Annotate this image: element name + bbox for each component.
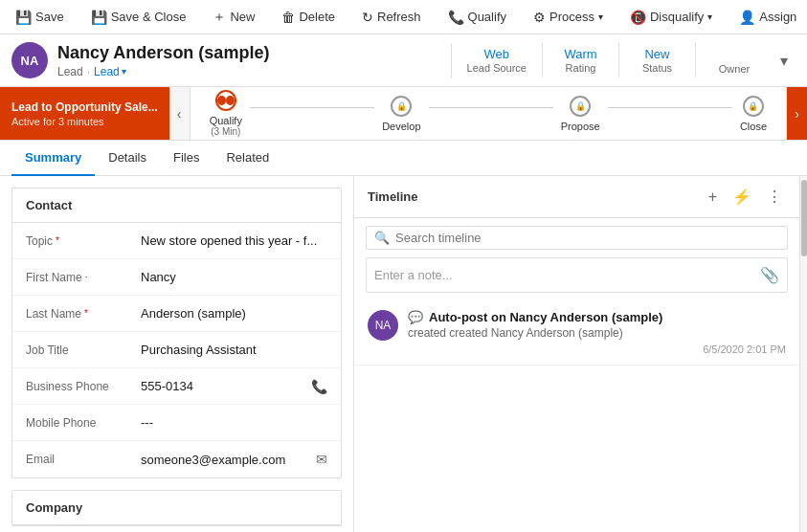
disqualify-icon: 📵 bbox=[630, 10, 646, 25]
value-first-name[interactable]: Nancy bbox=[141, 270, 327, 284]
disqualify-button[interactable]: 📵 Disqualify ▾ bbox=[622, 6, 720, 29]
stage-label-qualify: Qualify bbox=[210, 115, 242, 126]
stage-label-propose: Propose bbox=[561, 121, 600, 132]
timeline-item-time: 6/5/2020 2:01 PM bbox=[408, 344, 786, 355]
timeline-item-avatar: NA bbox=[368, 310, 398, 341]
tab-details[interactable]: Details bbox=[95, 141, 160, 176]
header-subtitle: Lead · Lead ▾ bbox=[57, 65, 439, 78]
meta-owner: Owner bbox=[696, 43, 773, 78]
header-info: Nancy Anderson (sample) Lead · Lead ▾ bbox=[57, 43, 439, 78]
value-business-phone[interactable]: 555-0134 📞 bbox=[141, 379, 327, 394]
scrollbar-track[interactable] bbox=[799, 176, 807, 532]
toolbar: 💾 Save 💾 Save & Close ＋ New 🗑 Delete ↻ R… bbox=[0, 0, 807, 34]
label-business-phone: Business Phone bbox=[26, 380, 141, 393]
assign-button[interactable]: 👤 Assign bbox=[731, 6, 804, 29]
timeline-filter-button[interactable]: ⚡ bbox=[729, 186, 755, 208]
meta-status: New Status bbox=[619, 43, 696, 78]
stage-label-close: Close bbox=[740, 121, 767, 132]
stage-circle-close: 🔒 bbox=[743, 96, 764, 117]
timeline-title: Timeline bbox=[368, 189, 705, 204]
value-mobile-phone[interactable]: --- bbox=[141, 415, 327, 430]
timeline-panel: Timeline + ⚡ ⋮ 🔍 Enter a note... 📎 bbox=[354, 176, 799, 532]
contact-section: Contact Topic * New store opened this ye… bbox=[11, 188, 342, 478]
disqualify-chevron-icon: ▾ bbox=[707, 11, 712, 22]
label-mobile-phone: Mobile Phone bbox=[26, 416, 141, 430]
stage-line-2 bbox=[429, 107, 553, 108]
lock-icon-develop: 🔒 bbox=[396, 101, 407, 111]
tab-related[interactable]: Related bbox=[213, 141, 282, 176]
search-icon: 🔍 bbox=[374, 231, 390, 245]
stage-close[interactable]: 🔒 Close bbox=[740, 96, 767, 132]
attachment-icon[interactable]: 📎 bbox=[760, 266, 779, 284]
expand-button[interactable]: ▾ bbox=[773, 48, 796, 74]
save-button[interactable]: 💾 Save bbox=[8, 6, 72, 29]
note-area: Enter a note... 📎 bbox=[366, 257, 788, 293]
phone-icon[interactable]: 📞 bbox=[311, 379, 327, 394]
lead-chevron-icon: ▾ bbox=[122, 66, 126, 77]
timeline-item-content: 💬 Auto-post on Nancy Anderson (sample) c… bbox=[408, 310, 786, 355]
stage-circle-qualify bbox=[215, 90, 236, 111]
refresh-icon: ↻ bbox=[362, 10, 373, 25]
field-job-title: Job Title Purchasing Assistant bbox=[12, 332, 341, 368]
timeline-item-title: 💬 Auto-post on Nancy Anderson (sample) bbox=[408, 310, 786, 324]
meta-rating: Warm Rating bbox=[543, 43, 619, 78]
timeline-header: Timeline + ⚡ ⋮ bbox=[354, 176, 799, 218]
chevron-right-icon: › bbox=[795, 106, 799, 122]
timeline-add-button[interactable]: + bbox=[705, 186, 721, 208]
label-last-name: Last Name * bbox=[26, 307, 141, 321]
filter-icon: ⚡ bbox=[732, 188, 751, 205]
field-topic: Topic * New store opened this year - f..… bbox=[12, 223, 341, 259]
tab-summary[interactable]: Summary bbox=[11, 141, 95, 176]
stage-line-3 bbox=[608, 107, 732, 108]
lock-icon-propose: 🔒 bbox=[575, 101, 586, 111]
stage-nav-left[interactable]: ‹ bbox=[169, 87, 191, 140]
active-dot bbox=[217, 96, 226, 105]
save-close-button[interactable]: 💾 Save & Close bbox=[83, 6, 194, 29]
stage-qualify[interactable]: Qualify (3 Min) bbox=[210, 90, 242, 137]
qualify-icon: 📞 bbox=[448, 10, 464, 25]
label-topic: Topic * bbox=[26, 234, 141, 248]
timeline-more-icon: ⋮ bbox=[767, 188, 782, 205]
stage-label-develop: Develop bbox=[382, 121, 420, 132]
timeline-more-button[interactable]: ⋮ bbox=[763, 186, 786, 208]
value-email[interactable]: someone3@example.com ✉ bbox=[141, 452, 327, 467]
scrollbar-thumb bbox=[801, 180, 807, 256]
qualify-button[interactable]: 📞 Qualify bbox=[440, 6, 514, 29]
value-topic[interactable]: New store opened this year - f... bbox=[141, 233, 327, 248]
role-label: Lead bbox=[57, 65, 83, 78]
required-indicator-fn: · bbox=[85, 272, 88, 282]
note-placeholder[interactable]: Enter a note... bbox=[374, 268, 453, 282]
email-icon[interactable]: ✉ bbox=[316, 452, 327, 467]
new-button[interactable]: ＋ New bbox=[205, 5, 262, 30]
search-input[interactable] bbox=[395, 231, 779, 245]
stage-develop[interactable]: 🔒 Develop bbox=[382, 96, 420, 132]
stage-nav-right[interactable]: › bbox=[786, 87, 807, 140]
company-section: Company bbox=[11, 490, 342, 526]
process-icon: ⚙ bbox=[533, 10, 546, 25]
stage-propose[interactable]: 🔒 Propose bbox=[561, 96, 600, 132]
assign-icon: 👤 bbox=[739, 10, 755, 25]
refresh-button[interactable]: ↻ Refresh bbox=[354, 6, 429, 29]
tab-files[interactable]: Files bbox=[160, 141, 213, 176]
field-email: Email someone3@example.com ✉ bbox=[12, 441, 341, 477]
header-row: NA Nancy Anderson (sample) Lead · Lead ▾… bbox=[0, 34, 807, 87]
stage-promo[interactable]: Lead to Opportunity Sale... Active for 3… bbox=[0, 87, 169, 140]
process-button[interactable]: ⚙ Process ▾ bbox=[526, 6, 611, 29]
lead-link[interactable]: Lead ▾ bbox=[94, 65, 126, 78]
save-icon: 💾 bbox=[15, 10, 32, 25]
label-job-title: Job Title bbox=[26, 344, 141, 357]
plus-icon: + bbox=[708, 188, 717, 205]
post-icon: 💬 bbox=[408, 310, 423, 324]
required-indicator: * bbox=[56, 235, 59, 246]
stage-circle-develop: 🔒 bbox=[391, 96, 412, 117]
contact-section-header: Contact bbox=[12, 188, 341, 223]
value-last-name[interactable]: Anderson (sample) bbox=[141, 306, 327, 321]
record-name: Nancy Anderson (sample) bbox=[57, 43, 439, 63]
field-business-phone: Business Phone 555-0134 📞 bbox=[12, 368, 341, 405]
label-first-name: First Name · bbox=[26, 271, 141, 284]
header-meta: Web Lead Source Warm Rating New Status O… bbox=[451, 43, 773, 78]
stages-container: Qualify (3 Min) 🔒 Develop 🔒 Propose 🔒 bbox=[191, 87, 786, 140]
value-job-title[interactable]: Purchasing Assistant bbox=[141, 343, 327, 357]
delete-button[interactable]: 🗑 Delete bbox=[274, 6, 343, 29]
timeline-search: 🔍 bbox=[366, 226, 788, 250]
